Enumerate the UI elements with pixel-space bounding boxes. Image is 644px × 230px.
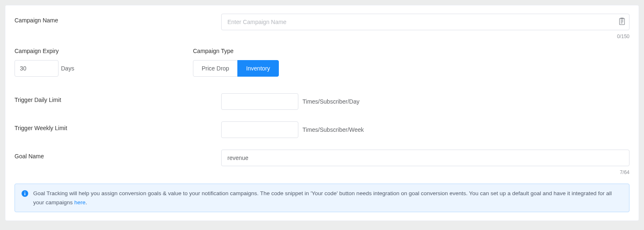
weekly-limit-suffix: Times/Subscriber/Week: [302, 126, 364, 133]
campaign-form-card: Campaign Name 0/150 Campaign Expiry: [5, 5, 639, 221]
weekly-limit-row: Trigger Weekly Limit Times/Subscriber/We…: [15, 121, 629, 138]
goal-name-counter: 7/64: [15, 169, 629, 175]
alert-link-here[interactable]: here: [74, 199, 85, 206]
campaign-expiry-label: Campaign Expiry: [15, 48, 168, 54]
alert-text: Goal Tracking will help you assign conve…: [33, 189, 622, 207]
daily-limit-row: Trigger Daily Limit Times/Subscriber/Day: [15, 93, 629, 110]
campaign-expiry-input[interactable]: [15, 60, 59, 77]
expiry-unit: Days: [61, 65, 74, 72]
weekly-limit-label: Trigger Weekly Limit: [15, 121, 221, 131]
campaign-name-row: Campaign Name: [15, 14, 629, 30]
weekly-limit-input[interactable]: [221, 121, 298, 138]
goal-name-label: Goal Name: [15, 150, 221, 160]
daily-limit-label: Trigger Daily Limit: [15, 93, 221, 103]
campaign-name-label: Campaign Name: [15, 14, 221, 24]
svg-rect-7: [24, 193, 25, 196]
campaign-name-input[interactable]: [221, 14, 629, 30]
campaign-type-toggle: Price Drop Inventory: [193, 60, 279, 77]
campaign-type-label: Campaign Type: [193, 48, 279, 54]
info-icon: [22, 190, 28, 197]
type-option-price-drop[interactable]: Price Drop: [193, 60, 238, 77]
svg-point-6: [24, 191, 25, 192]
goal-name-row: Goal Name: [15, 150, 629, 166]
goal-name-input[interactable]: [221, 150, 629, 166]
alert-text-after: .: [85, 199, 87, 206]
campaign-name-counter: 0/150: [15, 34, 629, 39]
expiry-type-row: Campaign Expiry Days Campaign Type Price…: [15, 48, 629, 77]
goal-tracking-info-alert: Goal Tracking will help you assign conve…: [15, 184, 629, 212]
daily-limit-input[interactable]: [221, 93, 298, 110]
daily-limit-suffix: Times/Subscriber/Day: [302, 98, 359, 105]
type-option-inventory[interactable]: Inventory: [237, 60, 279, 77]
alert-text-before: Goal Tracking will help you assign conve…: [33, 190, 612, 206]
